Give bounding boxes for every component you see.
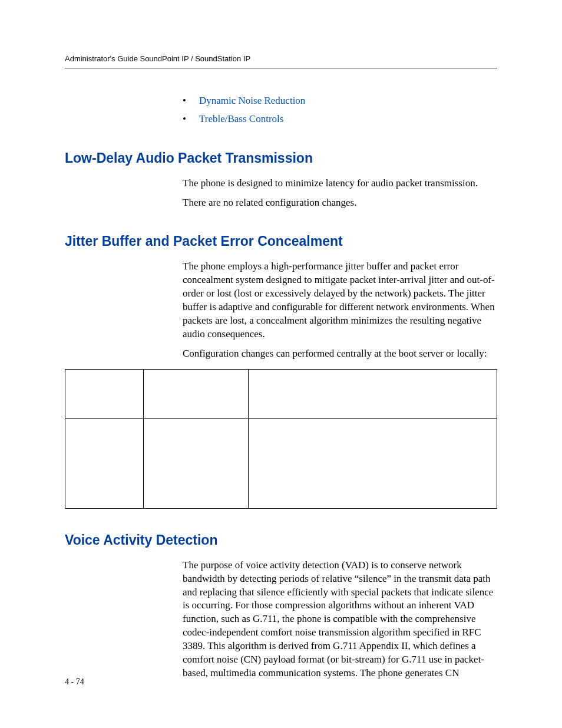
heading-low-delay: Low-Delay Audio Packet Transmission (65, 150, 497, 166)
section-voice-activity: Voice Activity Detection The purpose of … (65, 532, 497, 680)
body-text: The phone employs a high-performance jit… (183, 260, 497, 341)
link-dynamic-noise-reduction[interactable]: Dynamic Noise Reduction (199, 95, 305, 106)
body-text: There are no related configuration chang… (183, 196, 497, 210)
table-row (65, 369, 497, 418)
body-text: The phone is designed to minimize latenc… (183, 177, 497, 190)
table-cell (249, 369, 497, 418)
page-number: 4 - 74 (65, 677, 84, 687)
header-rule (65, 68, 497, 68)
page: Administrator's Guide SoundPoint IP / So… (0, 0, 562, 728)
section-low-delay: Low-Delay Audio Packet Transmission The … (65, 150, 497, 210)
heading-jitter-buffer: Jitter Buffer and Packet Error Concealme… (65, 233, 497, 249)
bullet-item-dynamic-noise: Dynamic Noise Reduction (183, 92, 497, 110)
bullet-list: Dynamic Noise Reduction Treble/Bass Cont… (183, 92, 497, 128)
running-header: Administrator's Guide SoundPoint IP / So… (65, 54, 497, 68)
body-text: Configuration changes can performed cent… (183, 347, 497, 361)
table-cell (144, 418, 249, 508)
table-cell (65, 418, 144, 508)
body-text: The purpose of voice activity detection … (183, 559, 497, 680)
bullet-item-treble-bass: Treble/Bass Controls (183, 110, 497, 129)
table-cell (249, 418, 497, 508)
table-cell (144, 369, 249, 418)
section-jitter-buffer: Jitter Buffer and Packet Error Concealme… (65, 233, 497, 509)
link-treble-bass-controls[interactable]: Treble/Bass Controls (199, 113, 283, 124)
table-row (65, 418, 497, 508)
heading-voice-activity: Voice Activity Detection (65, 532, 497, 548)
table-cell (65, 369, 144, 418)
config-table (65, 369, 497, 509)
